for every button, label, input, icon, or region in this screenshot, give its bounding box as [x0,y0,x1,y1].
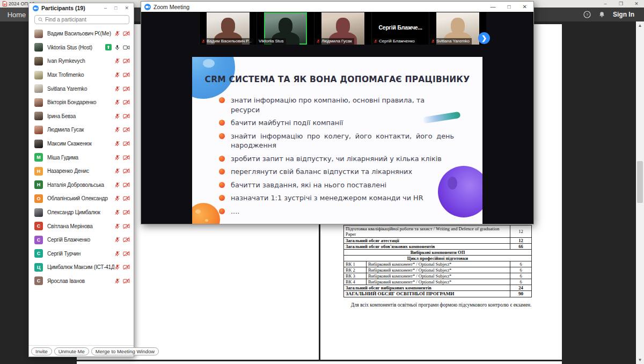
cam-muted-icon[interactable] [123,31,130,37]
cam-muted-icon[interactable] [123,72,130,78]
participant-row[interactable]: Людмила Гусак [29,123,134,137]
avatar [34,71,43,79]
sign-in-button[interactable]: Sign In [613,11,634,18]
zoom-close-button[interactable]: ✕ [523,4,527,10]
mic-muted-icon[interactable] [114,31,120,37]
help-icon[interactable]: ? [583,11,591,18]
participant-row[interactable]: Svitlana Yaremko [29,82,134,96]
mic-muted-icon[interactable] [114,127,120,133]
mic-muted-icon [431,39,435,43]
participant-row[interactable]: ССвітлана Мерінова [29,219,134,233]
zoom-titlebar[interactable]: Zoom Meeting — □ ✕ [141,2,533,12]
video-tile[interactable]: Вадим Васильович Р... [199,12,257,45]
unmute-me-button[interactable]: Unmute Me [54,347,89,355]
video-tile[interactable]: Svitlana Yaremko [429,12,486,45]
cam-muted-icon[interactable] [123,251,130,257]
cam-muted-icon[interactable] [123,237,130,243]
participant-row[interactable]: ММіша Гудима [29,150,134,164]
video-tile[interactable]: Сергій Блажче...Сергій Блажченко [371,12,429,45]
app-restore-button[interactable]: ❐ [618,1,624,6]
app-close-button[interactable]: ✕ [633,1,640,6]
participant-row[interactable]: ССергій Блажченко [29,233,134,247]
cam-muted-icon[interactable] [123,278,130,284]
notifications-bell-icon[interactable] [598,11,605,18]
mic-muted-icon[interactable] [114,113,120,119]
cam-muted-icon[interactable] [123,141,130,147]
invite-button[interactable]: Invite [31,347,52,355]
participant-row[interactable]: ННаталія Добровольська [29,178,134,192]
participant-row[interactable]: Viktoriia Stus (Host) [29,41,134,55]
participant-search-box[interactable] [34,15,129,24]
mic-muted-icon[interactable] [114,155,120,161]
participants-titlebar[interactable]: Participants (19) – □ ✕ [29,3,134,13]
participants-close-button[interactable]: ✕ [125,5,129,11]
cam-muted-icon[interactable] [123,58,130,64]
mic-muted-icon[interactable] [114,182,120,188]
video-tile[interactable]: Людмила Гусак [314,12,371,45]
mic-muted-icon[interactable] [114,209,120,215]
mic-muted-icon[interactable] [114,72,120,78]
participants-window: Participants (19) – □ ✕ Вадим Васильович… [28,3,134,357]
cam-muted-icon[interactable] [123,264,130,270]
cam-muted-icon[interactable] [123,86,130,92]
participant-row[interactable]: ССергій Турчин [29,247,134,261]
next-participants-button[interactable]: ❯ [478,32,490,44]
cam-muted-icon[interactable] [123,209,130,215]
mic-muted-icon[interactable] [114,58,120,64]
scrollbar-up-button[interactable]: ▲ [636,21,644,30]
table-row: Загальний обсяг атестації12 [344,238,532,244]
bullet-item: переглянути свій баланс відпустки та лік… [219,167,454,177]
mic-muted-icon[interactable] [114,195,120,201]
scrollbar-down-button[interactable]: ▼ [636,356,644,364]
participant-name: Облапінський Олександр [47,195,114,201]
app-minimize-button[interactable]: – [602,1,609,6]
participant-row[interactable]: Ірина Бевза [29,110,134,123]
cam-muted-icon[interactable] [123,155,130,161]
video-tile[interactable]: Viktoriia Stus [257,12,314,45]
mic-muted-icon[interactable] [114,278,120,284]
mic-muted-icon[interactable] [114,237,120,243]
cam-muted-icon[interactable] [123,182,130,188]
mic-on-icon[interactable] [114,45,120,50]
cam-muted-icon[interactable] [123,113,130,119]
participants-minimize-button[interactable]: – [104,5,107,11]
mic-muted-icon[interactable] [114,168,120,174]
bullet-item: .... [219,207,454,216]
mic-muted-icon[interactable] [114,251,120,257]
mic-muted-icon[interactable] [114,99,120,105]
participant-row[interactable]: Олександр Цимбалюк [29,206,134,220]
zoom-minimize-button[interactable]: — [491,4,496,10]
zoom-logo-icon [33,5,39,11]
participant-row[interactable]: Max Trofimenko [29,68,134,82]
merge-to-meeting-window-button[interactable]: Merge to Meeting Window [91,347,159,355]
participant-row[interactable]: Вікторія Бондаренко [29,96,134,110]
cam-muted-icon[interactable] [123,223,130,229]
participant-row[interactable]: Максим Скаженюк [29,137,134,151]
cam-muted-icon[interactable] [123,127,130,133]
table-row: ВК 2Вибірковий компонент* / Optional Sub… [344,267,532,273]
mic-muted-icon[interactable] [114,264,120,270]
cam-on-icon[interactable] [123,45,130,50]
participant-row[interactable]: Ivan Rymkevych [29,54,134,68]
cam-muted-icon[interactable] [123,195,130,201]
cam-muted-icon[interactable] [123,99,130,105]
zoom-maximize-button[interactable]: □ [508,4,511,10]
cam-muted-icon[interactable] [123,168,130,174]
table-row: ВК 1Вибірковий компонент* / Optional Sub… [344,261,532,267]
participant-row[interactable]: ННазаренко Денис [29,164,134,178]
participant-name: Олександр Цимбалюк [47,209,114,215]
mic-muted-icon[interactable] [114,223,120,229]
mic-muted-icon[interactable] [114,141,120,147]
participants-maximize-button[interactable]: □ [114,5,117,11]
participant-row[interactable]: Вадим Васильович РОМА...(Me) [29,27,134,41]
viewer-scrollbar[interactable]: ▲ ▼ [636,21,644,364]
mic-muted-icon[interactable] [114,86,120,92]
scrollbar-thumb[interactable] [637,161,643,203]
participant-row[interactable]: ЦЦимбалюк Максим (ІСТ-41Д) [29,260,134,274]
next-page-row-edge [77,361,562,364]
participant-row[interactable]: СЯрослав Іванов [29,274,134,288]
search-input[interactable] [45,17,120,23]
screen-share-icon[interactable] [105,44,112,50]
participant-row[interactable]: ООблапінський Олександр [29,192,134,206]
avatar: С [34,249,43,258]
